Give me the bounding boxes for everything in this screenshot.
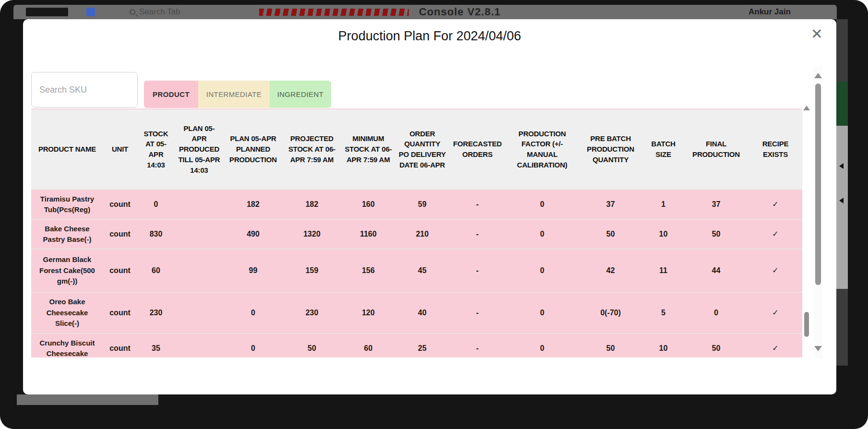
column-header-order-quantity: ORDER QUANTITY PO DELIVERY DATE 06-APR [396,109,449,189]
recipe-check-icon: ✓ [749,293,802,333]
cell-batch-size: 10 [643,334,684,358]
cell-unit: count [103,250,137,292]
cell-projected-stock: 159 [283,250,341,292]
column-header-minimum-stock: MINIMUM STOCK AT 06-APR 7:59 AM [341,109,396,189]
cell-produced-till [175,190,223,219]
column-header-planned-production: PLAN 05-APR PLANNED PRODUCTION [223,109,283,189]
background-arrow-icon [839,163,844,169]
cell-order-quantity: 40 [396,293,449,333]
cell-forecasted-orders: - [449,293,506,333]
background-search-tab: Search Tab [130,7,180,17]
column-header-stock: STOCK AT 05-APR 14:03 [137,109,175,189]
company-logo [26,8,68,16]
cell-stock: 830 [137,220,175,249]
recipe-check-icon: ✓ [749,250,802,292]
cell-order-quantity: 25 [396,334,449,358]
column-header-final-production: FINAL PRODUCTION [684,109,749,189]
modal-scrollbar-thumb[interactable] [815,83,821,285]
cell-production-factor: 0 [506,250,578,292]
modal-title: Production Plan For 2024/04/06 [23,19,836,44]
recipe-check-icon: ✓ [749,190,802,219]
cell-minimum-stock: 60 [341,334,396,358]
cell-product-name: German Black Forest Cake(500 gm(-)) [31,250,103,292]
cell-planned-production: 99 [223,250,283,292]
cell-stock: 230 [137,293,175,333]
cell-pre-batch-quantity: 50 [578,334,643,358]
cell-batch-size: 1 [643,190,684,219]
cell-pre-batch-quantity: 37 [578,190,643,219]
scroll-up-icon[interactable] [814,73,822,78]
table-scrollbar-thumb[interactable] [804,312,809,337]
cell-product-name: Bake Cheese Pastry Base(-) [31,220,103,249]
production-plan-modal: Production Plan For 2024/04/06 ✕ PRODUCT… [23,19,836,394]
table-row: Tiramisu Pastry Tub(Pcs(Reg) count 0 182… [31,189,802,219]
cell-production-factor: 0 [506,220,578,249]
cell-planned-production: 490 [223,220,283,249]
tab-intermediate[interactable]: INTERMEDIATE [198,81,270,108]
app-icon [86,8,95,16]
table-row: German Black Forest Cake(500 gm(-)) coun… [31,249,802,292]
column-header-product-name: PRODUCT NAME [31,109,103,189]
scroll-up-icon[interactable] [803,106,810,110]
background-page-sliver [836,19,848,366]
cell-production-factor: 0 [506,190,578,219]
column-header-unit: UNIT [103,109,137,189]
brand-version-text: Console V2.8.1 [419,6,501,18]
search-sku-input[interactable] [31,72,138,107]
cell-produced-till [175,293,223,333]
brand-stripes-logo [259,9,409,16]
cell-projected-stock: 182 [283,190,341,219]
scroll-down-icon[interactable] [814,346,822,351]
cell-unit: count [103,334,137,358]
cell-unit: count [103,293,137,333]
column-header-recipe-exists: RECIPE EXISTS [749,109,802,189]
recipe-check-icon: ✓ [749,220,802,249]
cell-final-production: 50 [684,220,749,249]
tab-ingredient[interactable]: INGREDIENT [270,81,331,108]
cell-planned-production: 182 [223,190,283,219]
cell-order-quantity: 59 [396,190,449,219]
search-icon [130,9,135,15]
cell-planned-production: 0 [223,334,283,358]
cell-minimum-stock: 156 [341,250,396,292]
cell-stock: 35 [137,334,175,358]
cell-stock: 0 [137,190,175,219]
cell-final-production: 50 [684,334,749,358]
cell-order-quantity: 210 [396,220,449,249]
tab-product[interactable]: PRODUCT [144,81,198,108]
cell-product-name: Tiramisu Pastry Tub(Pcs(Reg) [31,190,103,219]
cell-forecasted-orders: - [449,334,506,358]
cell-projected-stock: 230 [283,293,341,333]
table-scrollbar[interactable] [803,104,810,358]
table-row: Crunchy Biscuit Cheesecake count 35 0 50… [31,333,802,358]
table-header-row: PRODUCT NAME UNIT STOCK AT 05-APR 14:03 … [31,109,802,189]
cell-product-name: Oreo Bake Cheesecake Slice(-) [31,293,103,333]
modal-scrollbar[interactable] [814,66,822,358]
cell-forecasted-orders: - [449,250,506,292]
cell-produced-till [175,250,223,292]
recipe-check-icon: ✓ [749,334,802,358]
cell-pre-batch-quantity: 50 [578,220,643,249]
column-header-projected-stock: PROJECTED STOCK AT 06-APR 7:59 AM [283,109,341,189]
cell-stock: 60 [137,250,175,292]
cell-batch-size: 5 [643,293,684,333]
cell-production-factor: 0 [506,334,578,358]
close-icon[interactable]: ✕ [811,27,823,41]
cell-produced-till [175,220,223,249]
cell-projected-stock: 50 [283,334,341,358]
cell-produced-till [175,334,223,358]
column-header-produced-till: PLAN 05-APR PRODUCED TILL 05-APR 14:03 [175,109,223,189]
cell-order-quantity: 45 [396,250,449,292]
column-header-batch-size: BATCH SIZE [643,109,684,189]
column-header-pre-batch-quantity: PRE BATCH PRODUCTION QUANTITY [578,109,643,189]
cell-unit: count [103,220,137,249]
cell-minimum-stock: 120 [341,293,396,333]
cell-forecasted-orders: - [449,220,506,249]
background-bottom-bar [17,394,158,405]
background-gray-block [836,126,848,289]
production-plan-table: PRODUCT NAME UNIT STOCK AT 05-APR 14:03 … [31,108,802,358]
background-header-bar: Search Tab Console V2.8.1 Ankur Jain [13,5,837,19]
cell-planned-production: 0 [223,293,283,333]
background-arrow-icon [839,198,844,203]
cell-pre-batch-quantity: 0(-70) [578,293,643,333]
